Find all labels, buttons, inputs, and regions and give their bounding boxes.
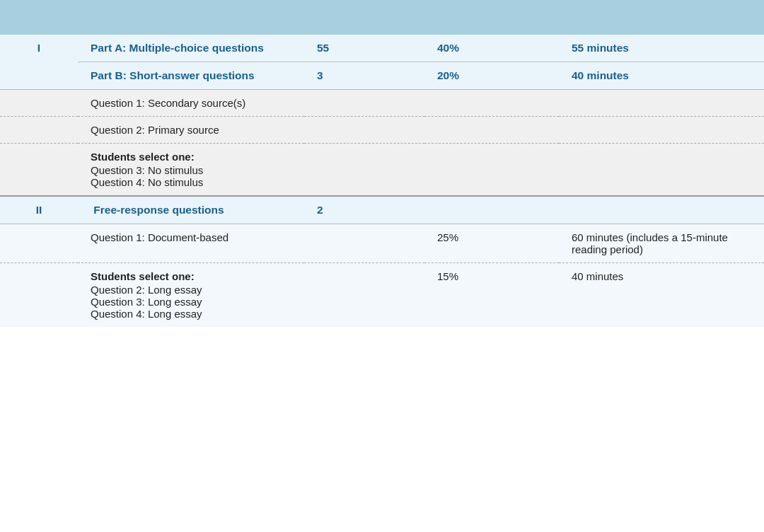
free-response-label: Free-response questions <box>78 196 304 224</box>
students-select-one-ii: Students select one: Question 2: Long es… <box>78 262 304 327</box>
exam-table-wrapper: I Part A: Multiple-choice questions 55 4… <box>0 0 764 532</box>
q1-doc-numq <box>304 224 424 262</box>
part-b-label: Part B: Short-answer questions <box>78 62 304 89</box>
q2-weight <box>424 116 559 143</box>
select-one-timing <box>559 143 764 196</box>
q1-doc-timing: 60 minutes (includes a 15-minute reading… <box>559 224 764 262</box>
free-response-weight <box>424 196 559 224</box>
q1-timing <box>559 89 764 116</box>
q1-document: Question 1: Document-based <box>78 224 304 262</box>
free-response-numq: 2 <box>304 196 424 224</box>
part-b-numq: 3 <box>304 62 424 89</box>
header-question-type <box>78 0 304 35</box>
select-one-numq <box>304 143 424 196</box>
section-ii-label: II <box>0 196 78 224</box>
part-a-label: Part A: Multiple-choice questions <box>78 35 304 62</box>
part-b-weight: 20% <box>424 62 559 89</box>
select-two-numq <box>304 262 424 327</box>
section-i-blank-3 <box>0 143 78 196</box>
part-a-numq: 55 <box>304 35 424 62</box>
q1-doc-weight: 25% <box>424 224 559 262</box>
part-b-timing: 40 minutes <box>559 62 764 89</box>
exam-table: I Part A: Multiple-choice questions 55 4… <box>0 0 764 327</box>
students-select-one-i: Students select one: Question 3: No stim… <box>78 143 304 196</box>
free-response-timing <box>559 196 764 224</box>
section-i-label: I <box>0 35 78 90</box>
section-i-blank-1 <box>0 89 78 116</box>
select-two-weight: 15% <box>424 262 559 327</box>
header-exam-weighting <box>424 0 559 35</box>
header-section <box>0 0 78 35</box>
part-a-weight: 40% <box>424 35 559 62</box>
q2-primary: Question 2: Primary source <box>78 116 304 143</box>
q1-weight <box>424 89 559 116</box>
q1-numq <box>304 89 424 116</box>
section-i-blank-2 <box>0 116 78 143</box>
header-timing <box>559 0 764 35</box>
select-two-timing: 40 minutes <box>559 262 764 327</box>
section-ii-blank-1 <box>0 224 78 262</box>
select-one-weight <box>424 143 559 196</box>
q2-numq <box>304 116 424 143</box>
part-a-timing: 55 minutes <box>559 35 764 62</box>
header-num-questions <box>304 0 424 35</box>
q1-secondary: Question 1: Secondary source(s) <box>78 89 304 116</box>
q2-timing <box>559 116 764 143</box>
section-ii-blank-2 <box>0 262 78 327</box>
